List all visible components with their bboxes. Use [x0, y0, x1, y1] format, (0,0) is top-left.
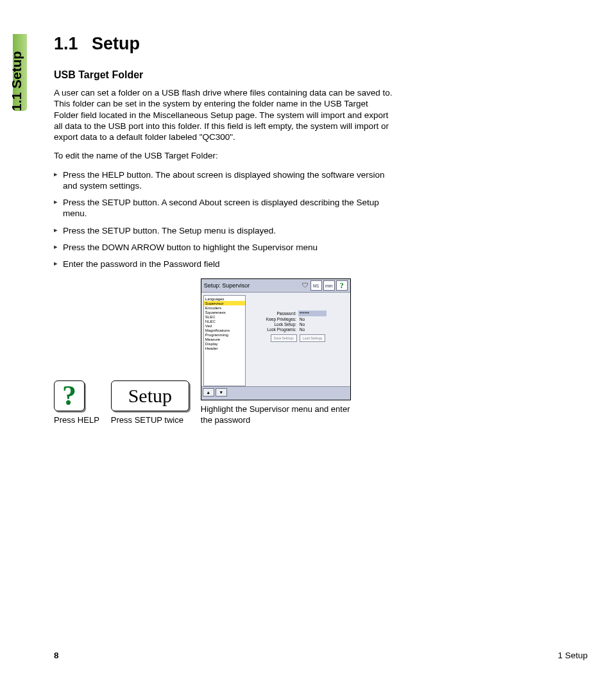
sidebar-item: Magnifications — [204, 328, 245, 332]
page-number: 8 — [54, 651, 59, 660]
page-footer: 8 1 Setup — [54, 651, 588, 660]
body-paragraph: To edit the name of the USB Target Folde… — [54, 150, 394, 161]
password-field: ****** — [298, 311, 327, 316]
supervisor-title: Setup: Supervisor — [204, 282, 250, 289]
page-heading: 1.1 Setup — [54, 34, 394, 54]
figure-caption: Highlight the Supervisor menu and enter … — [201, 404, 361, 425]
m1-icon: M1 — [310, 280, 322, 291]
field-label: Lock Programs: — [251, 327, 298, 332]
list-item: Press the HELP button. The about screen … — [54, 169, 394, 192]
load-settings-button: Load Settings — [300, 334, 326, 342]
sidebar-item: Languages — [204, 296, 245, 301]
sidebar-item: Encoders — [204, 305, 245, 310]
list-item: Enter the password in the Password field — [54, 259, 394, 269]
figure-caption: Press SETUP twice — [111, 415, 189, 426]
steps-list: Press the HELP button. The about screen … — [54, 169, 394, 270]
field-label: Keep Privileges: — [251, 317, 298, 321]
up-arrow-icon: ▲ — [203, 388, 214, 397]
supervisor-screenshot: Setup: Supervisor 🛡 M1 mm ? Languages Su… — [201, 278, 351, 400]
sidebar-item: Squareness — [204, 310, 245, 314]
figure-help: ? Press HELP — [54, 380, 99, 426]
subsection-heading: USB Target Folder — [54, 69, 394, 81]
sidebar-item: Measure — [204, 337, 245, 341]
figure-supervisor: Setup: Supervisor 🛡 M1 mm ? Languages Su… — [201, 278, 361, 425]
list-item: Press the SETUP button. A second About s… — [54, 197, 394, 219]
sidebar-item: Programming — [204, 332, 245, 337]
body-paragraph: A user can set a folder on a USB flash d… — [54, 87, 394, 142]
supervisor-titlebar: Setup: Supervisor 🛡 M1 mm ? — [201, 279, 350, 293]
field-label: Password: — [251, 311, 298, 316]
supervisor-main: Password: ****** Keep Privileges: No Loc… — [248, 293, 350, 386]
field-value: No — [298, 317, 305, 321]
supervisor-footer: ▲ ▼ — [201, 386, 350, 400]
list-item: Press the SETUP button. The Setup menu i… — [54, 225, 394, 236]
help-icon: ? — [336, 280, 348, 291]
field-label: Lock Setup: — [251, 322, 298, 327]
heading-text: Setup — [92, 34, 140, 53]
sidebar-item: Ved — [204, 323, 245, 328]
setup-button-icon: Setup — [111, 380, 189, 411]
figure-setup: Setup Press SETUP twice — [111, 380, 189, 426]
side-section-label: 1.1 Setup — [9, 51, 24, 111]
footer-section: 1 Setup — [557, 651, 588, 660]
sidebar-item: NLEC — [204, 319, 245, 323]
field-value: No — [298, 327, 305, 332]
field-value: No — [298, 322, 305, 327]
sidebar-item: Header — [204, 346, 245, 350]
list-item: Press the DOWN ARROW button to highlight… — [54, 242, 394, 253]
supervisor-sidebar: Languages Supervisor Encoders Squareness… — [203, 295, 246, 386]
sidebar-item: SLEC — [204, 314, 245, 319]
sidebar-item: Display — [204, 341, 245, 346]
lock-icon: 🛡 — [302, 280, 309, 289]
save-settings-button: Save Settings — [271, 334, 297, 342]
mm-icon: mm — [323, 280, 335, 291]
sidebar-item-selected: Supervisor — [204, 301, 245, 305]
figures-row: ? Press HELP Setup Press SETUP twice Set… — [54, 278, 394, 425]
down-arrow-icon: ▼ — [216, 388, 227, 397]
help-button-icon: ? — [54, 380, 85, 411]
figure-caption: Press HELP — [54, 415, 99, 426]
heading-number: 1.1 — [54, 34, 78, 53]
